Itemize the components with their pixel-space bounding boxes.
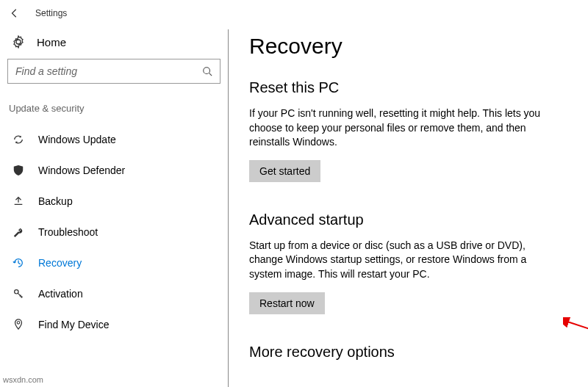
sidebar-item-windows-update[interactable]: Windows Update (7, 124, 220, 155)
back-button[interactable] (7, 6, 22, 21)
section-body: If your PC isn't running well, resetting… (249, 106, 558, 150)
sidebar-item-activation[interactable]: Activation (7, 278, 220, 309)
section-advanced-startup: Advanced startup Start up from a device … (249, 211, 567, 314)
restart-now-button[interactable]: Restart now (249, 292, 325, 314)
sidebar-item-recovery[interactable]: Recovery (7, 247, 220, 278)
home-button[interactable]: Home (7, 29, 220, 59)
search-box[interactable] (7, 59, 220, 84)
section-heading: More recovery options (249, 344, 567, 361)
watermark: wsxdn.com (3, 375, 43, 384)
sync-icon (12, 133, 25, 146)
section-body: Start up from a device or disc (such as … (249, 239, 558, 282)
sidebar-item-label: Windows Defender (38, 164, 125, 176)
wrench-icon (12, 225, 25, 239)
section-heading: Reset this PC (249, 79, 567, 96)
sidebar-item-label: Windows Update (38, 134, 116, 145)
sidebar: Home Update & security Windows Update Wi… (0, 29, 228, 387)
titlebar: Settings (0, 0, 588, 29)
titlebar-app-name: Settings (35, 8, 67, 18)
key-icon (12, 287, 25, 300)
home-label: Home (37, 36, 66, 48)
sidebar-item-windows-defender[interactable]: Windows Defender (7, 155, 220, 186)
svg-point-3 (17, 322, 20, 325)
sidebar-item-troubleshoot[interactable]: Troubleshoot (7, 217, 220, 247)
sidebar-item-backup[interactable]: Backup (7, 186, 220, 217)
shield-icon (12, 164, 25, 177)
category-header: Update & security (7, 101, 220, 124)
section-more-recovery: More recovery options (249, 344, 567, 361)
arrow-left-icon (10, 8, 20, 18)
section-heading: Advanced startup (249, 211, 567, 228)
search-input[interactable] (15, 65, 202, 77)
sidebar-item-label: Troubleshoot (38, 226, 98, 238)
sidebar-item-label: Activation (38, 288, 83, 300)
svg-point-0 (204, 68, 210, 74)
search-icon (202, 66, 212, 76)
sidebar-item-label: Find My Device (38, 319, 109, 330)
history-icon (12, 256, 25, 270)
svg-line-1 (209, 73, 212, 76)
sidebar-item-label: Backup (38, 195, 73, 207)
get-started-button[interactable]: Get started (249, 160, 320, 182)
content-pane: Recovery Reset this PC If your PC isn't … (228, 29, 588, 387)
page-title: Recovery (249, 34, 567, 59)
sidebar-item-label: Recovery (38, 257, 82, 269)
backup-icon (12, 195, 25, 208)
location-icon (12, 318, 25, 331)
section-reset-this-pc: Reset this PC If your PC isn't running w… (249, 79, 567, 182)
svg-line-5 (567, 322, 588, 354)
sidebar-item-find-my-device[interactable]: Find My Device (7, 309, 220, 340)
gear-icon (12, 35, 25, 48)
